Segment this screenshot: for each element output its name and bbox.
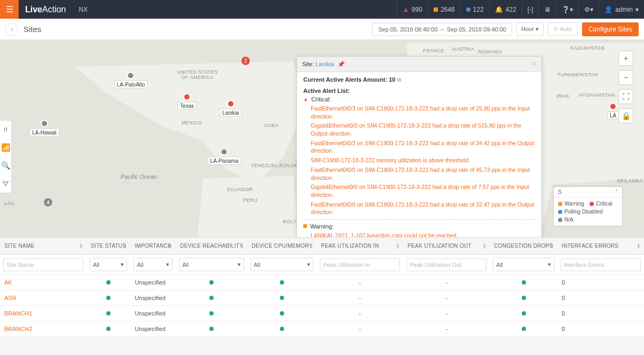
wifi-icon[interactable]: 📶 [1, 143, 10, 152]
popup-title: Site: Lanikai [302, 61, 334, 67]
site-name-cell[interactable]: BRANCH2 [0, 321, 87, 337]
chevron-up-icon[interactable]: ˄ [615, 189, 618, 195]
user-menu[interactable]: 👤 admin ▾ [599, 0, 644, 19]
table-row[interactable]: AKUnspecified--0 [0, 275, 644, 290]
site-status-filter[interactable]: All▾ [90, 258, 127, 271]
legend-panel: S˄ Warning Critical Polling Disabled N/A [553, 186, 623, 226]
site-name-cell[interactable]: BRANCH1 [0, 306, 87, 321]
table-row[interactable]: BRANCH1Unspecified--0 [0, 306, 644, 321]
country-label: PERU [243, 198, 257, 203]
site-marker-la[interactable]: LA [607, 103, 619, 120]
monitor-icon[interactable]: 🖥 [538, 0, 556, 19]
site-marker-lanikai[interactable]: Lanikai [219, 100, 242, 117]
status-dot [106, 280, 111, 285]
fullscreen-button[interactable]: ⛶ [618, 89, 633, 104]
peak-out-filter[interactable] [406, 258, 486, 271]
status-dot [280, 280, 284, 285]
column-header[interactable]: SITE STATUS▲▼ [87, 238, 130, 255]
interface-err-filter[interactable] [561, 258, 641, 271]
pin-icon[interactable]: 📌 [337, 61, 345, 68]
country-label: VENEZUELA [251, 163, 282, 168]
country-label: TURKMENISTAN [557, 72, 598, 77]
peak-in-cell: - [317, 306, 403, 321]
congestion-filter[interactable]: All▾ [493, 258, 554, 271]
country-label: KAZAKHSTAN [570, 45, 604, 51]
column-header[interactable]: PEAK UTILIZATION OUT▲▼ [403, 238, 490, 255]
column-header[interactable]: DEVICE CPU/MEMORY▲▼ [247, 238, 317, 255]
info-alerts-badge[interactable]: 122 [460, 0, 489, 19]
column-header[interactable]: SITE NAME▲▼ [0, 238, 87, 255]
alert-item[interactable]: FastEthernet0/0/0 on SIM-C1900-172-18-3-… [311, 201, 535, 216]
zoom-in-button[interactable]: + [618, 51, 633, 66]
date-range-picker[interactable]: Sep 05, 2018 08:40:00 → Sep 05, 2018 09:… [372, 23, 512, 36]
site-name-cell[interactable]: AK [0, 275, 87, 290]
status-dot [209, 327, 214, 331]
site-name-cell[interactable]: ASR [0, 290, 87, 306]
column-header[interactable]: CONGESTION DROPS▲▼ [490, 238, 557, 255]
alert-item[interactable]: LANIKAI_2921_1-107.liveaction.com could … [311, 232, 535, 238]
triangle-icon: ▲ [303, 97, 308, 102]
search-icon[interactable]: 🔍 [1, 161, 10, 170]
importance-filter[interactable]: All▾ [133, 258, 172, 271]
site-marker-hawaii[interactable]: LA-Hawaii [29, 120, 59, 137]
column-header[interactable]: DEVICE REACHABILITY▲▼ [176, 238, 247, 255]
gear-icon[interactable]: ⚙▾ [578, 0, 599, 19]
bracket-item[interactable]: [-] [522, 0, 539, 19]
alert-item[interactable]: FastEthernet0/0/3 on SIM-C1900-172-18-3-… [311, 105, 535, 120]
peak-out-cell: - [403, 275, 490, 290]
alert-item[interactable]: GigabitEthernet0/0 on SIM-C1900-172-18-3… [311, 183, 535, 199]
zoom-out-button[interactable]: − [618, 70, 633, 85]
alert-item[interactable]: FastEthernet0/0/3 on SIM-C1900-172-18-3-… [311, 139, 535, 155]
cpu-memory-filter[interactable]: All▾ [250, 258, 313, 271]
site-name-filter[interactable] [3, 258, 83, 271]
peak-in-filter[interactable] [320, 258, 400, 271]
country-label: ECUADOR [227, 187, 253, 192]
filter-row: All▾ All▾ All▾ All▾ All▾ [0, 255, 644, 275]
table-row[interactable]: BRANCH2Unspecified--0 [0, 321, 644, 337]
external-link-icon[interactable]: ⧉ [397, 77, 401, 83]
product-label: NX [72, 6, 94, 13]
status-dot [280, 327, 284, 331]
notifications[interactable]: 🔔422 [489, 0, 522, 19]
help-icon[interactable]: ❔▾ [556, 0, 578, 19]
site-marker-panama[interactable]: LA-Panama [208, 148, 241, 165]
time-granularity-select[interactable]: Hour ▾ [516, 22, 544, 36]
column-header[interactable]: INTERFACE ERRORS▲▼ [557, 238, 644, 255]
status-dot [209, 311, 214, 315]
menu-icon[interactable]: ☰ [0, 0, 19, 19]
table-row[interactable]: ASRUnspecified--0 [0, 290, 644, 306]
site-marker-texas[interactable]: Texas [177, 93, 197, 110]
country-label: LAU [4, 201, 14, 206]
alert-item[interactable]: GigabitEthernet0/0 on SIM-C1900-172-18-3… [311, 122, 535, 137]
auto-refresh-button[interactable]: ↻ Auto [548, 22, 578, 36]
importance-cell: Unspecified [130, 275, 176, 290]
site-marker-paloalto[interactable]: LA-PaloAlto [114, 72, 148, 89]
sub-navbar: ‹ Sites Sep 05, 2018 08:40:00 → Sep 05, … [0, 19, 644, 40]
ocean-label: Pacific Ocean [120, 173, 158, 180]
warning-alerts-badge[interactable]: 2646 [428, 0, 460, 19]
world-map[interactable]: Pacific Ocean UNITED STATES OF AMERICA M… [0, 40, 644, 238]
reachability-filter[interactable]: All▾ [179, 258, 244, 271]
status-dot [522, 296, 526, 300]
peak-out-cell: - [403, 321, 490, 337]
logo[interactable]: LiveAction [19, 5, 72, 14]
country-label: ROMANIA [478, 49, 502, 54]
column-header[interactable]: IMPORTANCE▲▼ [130, 238, 176, 255]
close-icon[interactable]: × [532, 60, 536, 68]
peak-in-cell: - [317, 321, 403, 337]
configure-sites-button[interactable]: Configure Sites [582, 22, 639, 36]
alert-item[interactable]: FastEthernet0/0/0 on SIM-C1900-172-18-3-… [311, 166, 535, 182]
column-header[interactable]: PEAK UTILIZATION IN▲▼ [317, 238, 403, 255]
interface-err-cell: 0 [557, 290, 644, 306]
cursive-icon[interactable]: n [4, 125, 7, 133]
back-button[interactable]: ‹ [5, 23, 18, 36]
site-marker-badge4[interactable]: 4 [43, 198, 53, 208]
critical-alerts-badge[interactable]: ▲990 [397, 0, 428, 19]
interface-err-cell: 0 [557, 306, 644, 321]
lock-button[interactable]: 🔒 [618, 108, 633, 123]
status-dot [209, 296, 214, 300]
site-marker-badge[interactable]: 2 [241, 56, 250, 67]
critical-header: ▲Critical: [303, 96, 535, 102]
filter-icon[interactable]: ᗊ [2, 179, 9, 188]
alert-item[interactable]: SIM-C1900-172-18-3-222 memory utilizatio… [311, 156, 535, 164]
